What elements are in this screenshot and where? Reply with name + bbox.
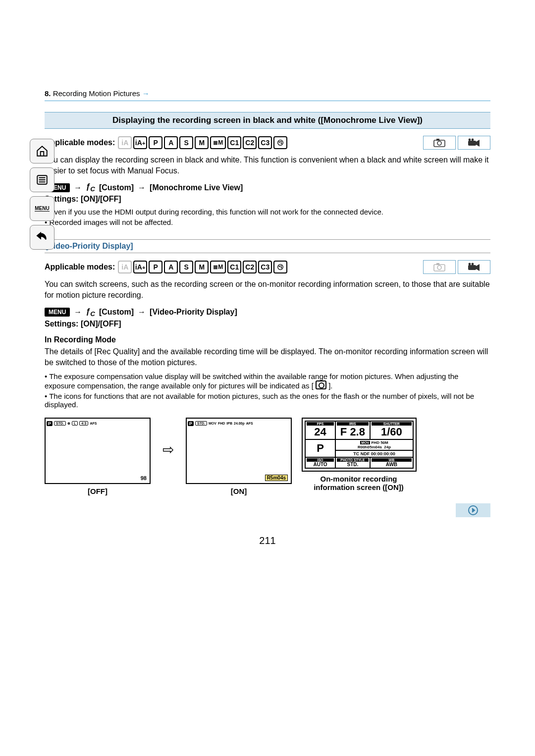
screenshot-row: P STD. ⊕ L 4:3 AFS 98 [OFF] ⇨ P STD. MOV…	[45, 418, 490, 495]
mode-ia-icon: iA	[118, 261, 132, 273]
menu-badge: MENU	[45, 308, 70, 317]
in-recording-mode-heading: In Recording Mode	[45, 335, 490, 344]
back-icon[interactable]	[30, 225, 54, 250]
mode-iap-icon: iA+	[133, 261, 147, 273]
svg-rect-8	[468, 141, 476, 146]
section1-title: Displaying the recording screen in black…	[45, 112, 490, 129]
mode-c3-icon: C3	[258, 261, 272, 273]
custom-icon: ƒC	[86, 307, 95, 318]
camera-icon	[316, 380, 326, 389]
mode-s-icon: S	[179, 261, 193, 273]
svg-rect-18	[468, 265, 476, 270]
svg-point-9	[469, 139, 471, 141]
next-page-icon[interactable]	[456, 503, 490, 517]
photo-mode-icon	[423, 260, 456, 274]
section1-notes: Even if you use the HDMI output during r…	[45, 208, 490, 226]
svg-point-1	[278, 140, 283, 146]
section1-menu-path: MENU → ƒC [Custom] → [Monochrome Live Vi…	[45, 182, 490, 193]
mode-s-icon: S	[179, 136, 193, 149]
section1-settings: Settings: [ON]/[OFF]	[45, 195, 490, 204]
transition-arrow-icon: ⇨	[160, 418, 176, 482]
video-mode-icon	[458, 136, 490, 150]
mode-ia-icon: iA	[118, 136, 132, 149]
svg-point-20	[472, 263, 474, 266]
section2-title: [Video-Priority Display]	[45, 239, 490, 253]
svg-point-13	[281, 266, 281, 267]
mode-p-icon: P	[149, 261, 162, 273]
section2-notes: The exposure compensation value display …	[45, 372, 490, 409]
mode-a-icon: A	[164, 136, 178, 149]
svg-point-2	[279, 142, 280, 142]
off-label: [OFF]	[45, 487, 151, 495]
svg-point-10	[472, 139, 474, 141]
photo-mode-icon	[423, 136, 456, 150]
mode-movie-icon: ≣M	[210, 136, 226, 149]
custom-icon: ƒC	[86, 182, 95, 193]
mode-movie-icon: ≣M	[210, 261, 226, 273]
section2-menu-path: MENU → ƒC [Custom] → [Video-Priority Dis…	[45, 307, 490, 318]
mode-m-icon: M	[195, 261, 209, 273]
menu-button[interactable]: MENU	[30, 196, 54, 221]
mode-c1-icon: C1	[227, 261, 241, 273]
svg-rect-7	[436, 139, 439, 141]
mode-c2-icon: C2	[243, 261, 257, 273]
chapter-title: Recording Motion Pictures	[53, 89, 140, 98]
list-icon[interactable]	[30, 167, 54, 192]
svg-point-6	[437, 141, 441, 145]
screen-off-preview: P STD. ⊕ L 4:3 AFS 98	[45, 418, 151, 484]
on-monitor-label1: On-monitor recording	[302, 475, 416, 483]
svg-point-12	[279, 266, 280, 267]
mode-c2-icon: C2	[243, 136, 257, 149]
on-monitor-label2: information screen ([ON])	[302, 483, 416, 491]
svg-point-4	[281, 143, 282, 144]
mode-palette-icon	[273, 136, 287, 149]
mode-palette-icon	[273, 261, 287, 273]
svg-point-3	[281, 141, 281, 142]
mode-c1-icon: C1	[227, 136, 241, 149]
applicable-modes-label2: Applicable modes:	[45, 263, 115, 271]
chapter-number: 8.	[45, 89, 51, 98]
home-icon[interactable]	[30, 139, 54, 163]
on-label: [ON]	[186, 487, 292, 495]
mode-p-icon: P	[149, 136, 162, 149]
sidebar: MENU	[30, 139, 55, 250]
chapter-header: 8. Recording Motion Pictures →	[45, 89, 490, 101]
section1-intro: You can display the recording screen in …	[45, 155, 490, 176]
arrow-icon: →	[74, 183, 82, 192]
on-monitor-info-panel: FPS24 IRISF 2.8 SHUTTER1/60 P MOV FHD 50…	[302, 418, 417, 472]
video-mode-icon	[458, 260, 490, 274]
mode-icons2: iA iA+ P A S M ≣M C1 C2 C3	[118, 261, 287, 273]
mode-icons: iA iA+ P A S M ≣M C1 C2 C3	[118, 136, 287, 149]
modes-row-2: Applicable modes: iA iA+ P A S M ≣M C1 C…	[45, 260, 490, 274]
svg-point-11	[278, 265, 283, 270]
arrow-icon: →	[74, 308, 82, 317]
section2-intro: You can switch screens, such as the reco…	[45, 279, 490, 301]
section2-settings: Settings: [ON]/[OFF]	[45, 320, 490, 328]
screen-on-preview: P STD. MOV FHD IPB 24.00p AFS R5m04s	[186, 418, 292, 484]
svg-point-16	[437, 266, 441, 270]
page-number: 211	[45, 535, 490, 546]
mode-c3-icon: C3	[258, 136, 272, 149]
svg-point-14	[281, 268, 282, 268]
mode-a-icon: A	[164, 261, 178, 273]
in-recording-mode-text: The details of [Rec Quality] and the ava…	[45, 346, 490, 368]
svg-rect-17	[436, 263, 439, 265]
mode-m-icon: M	[195, 136, 209, 149]
svg-point-19	[469, 263, 471, 266]
mode-iap-icon: iA+	[133, 136, 147, 149]
modes-row: Applicable modes: iA iA+ P A S M ≣M C1 C…	[45, 136, 490, 150]
